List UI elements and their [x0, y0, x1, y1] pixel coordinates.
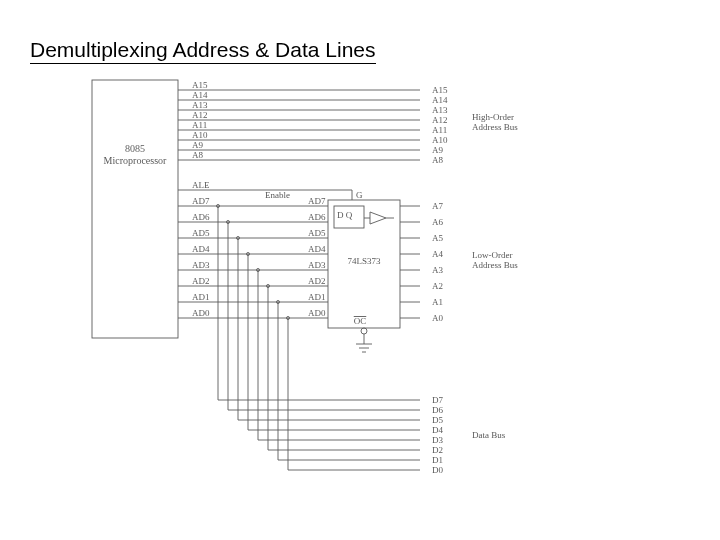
out-d0: D0: [432, 465, 443, 475]
latch-name: 74LS373: [347, 256, 381, 266]
ad-bus-lines: AD7 AD7 AD6 AD6 AD5 AD5 AD4 AD4 AD3 AD3 …: [178, 196, 420, 470]
out-d7: D7: [432, 395, 443, 405]
pin-ad5-l: AD5: [192, 228, 210, 238]
pin-a14-r: A14: [432, 95, 448, 105]
inversion-bubble-icon: [361, 328, 367, 334]
latch-g-pin: G: [356, 190, 363, 200]
out-a4: A4: [432, 249, 443, 259]
pin-a10-l: A10: [192, 130, 208, 140]
enable-label: Enable: [265, 190, 290, 200]
pin-a9-r: A9: [432, 145, 443, 155]
data-bus-label: Data Bus: [472, 430, 506, 440]
pin-a8-r: A8: [432, 155, 443, 165]
pin-a11-l: A11: [192, 120, 207, 130]
pin-ad3-l: AD3: [192, 260, 210, 270]
latch-dq-label: D Q: [337, 210, 353, 220]
pin-ad2-l: AD2: [192, 276, 210, 286]
pin-a14-l: A14: [192, 90, 208, 100]
ground-icon: [356, 344, 372, 352]
latch-oc-pin: OC: [354, 316, 367, 326]
latch-in-ad4: AD4: [308, 244, 326, 254]
latch-in-ad7: AD7: [308, 196, 326, 206]
pin-a12-l: A12: [192, 110, 208, 120]
out-a6: A6: [432, 217, 443, 227]
out-a3: A3: [432, 265, 443, 275]
pin-a15-r: A15: [432, 85, 448, 95]
pin-a13-r: A13: [432, 105, 448, 115]
latch-in-ad5: AD5: [308, 228, 326, 238]
out-d5: D5: [432, 415, 443, 425]
mpu-block: [92, 80, 178, 338]
ale-label: ALE: [192, 180, 210, 190]
high-order-address-lines: A15A15 A14A14 A13A13 A12A12 A11A11 A10A1…: [178, 80, 448, 165]
mpu-name: 8085: [125, 143, 145, 154]
out-d6: D6: [432, 405, 443, 415]
pin-ad0-l: AD0: [192, 308, 210, 318]
latch-in-ad3: AD3: [308, 260, 326, 270]
pin-ad4-l: AD4: [192, 244, 210, 254]
out-a1: A1: [432, 297, 443, 307]
low-order-label1: Low-Order: [472, 250, 512, 260]
latch-in-ad6: AD6: [308, 212, 326, 222]
out-d4: D4: [432, 425, 443, 435]
pin-ad1-l: AD1: [192, 292, 210, 302]
pin-a12-r: A12: [432, 115, 448, 125]
pin-a13-l: A13: [192, 100, 208, 110]
pin-a9-l: A9: [192, 140, 203, 150]
pin-a15-l: A15: [192, 80, 208, 90]
low-order-label2: Address Bus: [472, 260, 518, 270]
out-a5: A5: [432, 233, 443, 243]
out-d3: D3: [432, 435, 443, 445]
mpu-sub: Microprocessor: [104, 155, 167, 166]
pin-ad7-l: AD7: [192, 196, 210, 206]
pin-a11-r: A11: [432, 125, 447, 135]
buffer-icon: [370, 212, 386, 224]
high-order-label2: Address Bus: [472, 122, 518, 132]
latched-address-out: A7 A6 A5 A4 A3 A2 A1 A0: [400, 201, 443, 323]
data-bus-out: D7 D6 D5 D4 D3 D2 D1 D0: [432, 395, 443, 475]
pin-ad6-l: AD6: [192, 212, 210, 222]
latch-in-ad2: AD2: [308, 276, 326, 286]
latch-in-ad0: AD0: [308, 308, 326, 318]
out-a2: A2: [432, 281, 443, 291]
pin-a10-r: A10: [432, 135, 448, 145]
latch-in-ad1: AD1: [308, 292, 326, 302]
high-order-label1: High-Order: [472, 112, 514, 122]
out-a0: A0: [432, 313, 443, 323]
out-a7: A7: [432, 201, 443, 211]
pin-a8-l: A8: [192, 150, 203, 160]
out-d1: D1: [432, 455, 443, 465]
schematic-diagram: 8085 Microprocessor A15A15 A14A14 A13A13…: [0, 0, 720, 540]
out-d2: D2: [432, 445, 443, 455]
